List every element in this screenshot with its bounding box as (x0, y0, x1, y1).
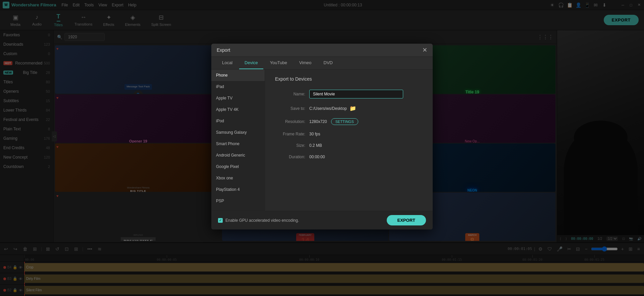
device-item-xbox[interactable]: Xbox one (211, 172, 265, 184)
device-item-ps4[interactable]: PlayStation 4 (211, 184, 265, 195)
duration-value: 00:00:00 (309, 155, 325, 159)
device-item-appletv4k[interactable]: Apple TV 4K (211, 104, 265, 115)
name-label: Name: (275, 92, 305, 96)
device-list: Phone iPad Apple TV Apple TV 4K iPod Sam… (211, 70, 265, 211)
save-path: C:/Users/ws/Desktop 📁 (309, 105, 356, 112)
gpu-checkbox[interactable]: ✓ Enable GPU accelerated video encoding. (218, 218, 299, 223)
tab-youtube[interactable]: YouTube (265, 57, 292, 69)
device-item-googlepixel[interactable]: Google Pixel (211, 161, 265, 172)
save-to-field-row: Save to: C:/Users/ws/Desktop 📁 (275, 105, 423, 112)
frame-rate-label: Frame Rate: (275, 132, 305, 136)
duration-field-row: Duration: 00:00:00 (275, 155, 423, 159)
resolution-row: 1280x720 SETTINGS (309, 118, 358, 125)
name-input[interactable] (309, 90, 403, 98)
device-item-samsung[interactable]: Samsung Galaxy (211, 127, 265, 138)
export-dialog-overlay: Export ✕ Local Device YouTube Vimeo DVD … (0, 0, 644, 296)
resolution-label: Resolution: (275, 119, 305, 124)
tab-local[interactable]: Local (217, 57, 238, 69)
export-to-devices-heading: Export to Devices (275, 76, 423, 82)
save-to-label: Save to: (275, 106, 305, 111)
frame-rate-value: 30 fps (309, 132, 320, 136)
device-item-ipad[interactable]: iPad (211, 81, 265, 92)
name-field-row: Name: (275, 90, 423, 98)
export-dialog: Export ✕ Local Device YouTube Vimeo DVD … (211, 44, 433, 229)
size-value: 0.2 MB (309, 143, 322, 148)
save-path-text: C:/Users/ws/Desktop (309, 106, 347, 111)
tab-device[interactable]: Device (239, 57, 263, 69)
resolution-settings-button[interactable]: SETTINGS (331, 118, 358, 125)
dialog-title-bar: Export ✕ (211, 44, 433, 57)
device-item-smartphone[interactable]: Smart Phone (211, 138, 265, 150)
frame-rate-field-row: Frame Rate: 30 fps (275, 132, 423, 136)
duration-label: Duration: (275, 155, 305, 159)
gpu-check-icon: ✓ (218, 218, 223, 223)
gpu-label: Enable GPU accelerated video encoding. (225, 218, 299, 223)
device-item-smarttv[interactable]: Smart TV (211, 207, 265, 211)
device-item-psp[interactable]: PSP (211, 195, 265, 207)
tab-vimeo[interactable]: Vimeo (294, 57, 317, 69)
tab-dvd[interactable]: DVD (318, 57, 338, 69)
dialog-footer: ✓ Enable GPU accelerated video encoding.… (211, 211, 433, 229)
resolution-value: 1280x720 (309, 119, 327, 124)
dialog-close-button[interactable]: ✕ (422, 47, 427, 53)
size-label: Size: (275, 143, 305, 148)
folder-icon[interactable]: 📁 (350, 105, 356, 112)
device-item-appletv[interactable]: Apple TV (211, 92, 265, 104)
device-item-phone[interactable]: Phone (211, 70, 265, 81)
dialog-title: Export (217, 47, 230, 53)
resolution-field-row: Resolution: 1280x720 SETTINGS (275, 118, 423, 125)
size-field-row: Size: 0.2 MB (275, 143, 423, 148)
device-item-ipod[interactable]: iPod (211, 115, 265, 127)
dialog-body: Phone iPad Apple TV Apple TV 4K iPod Sam… (211, 70, 433, 211)
device-item-android[interactable]: Android Generic (211, 150, 265, 161)
dialog-tabs: Local Device YouTube Vimeo DVD (211, 57, 433, 70)
device-settings-panel: Export to Devices Name: Save to: C:/User… (265, 70, 433, 211)
dialog-export-button[interactable]: EXPORT (387, 215, 426, 225)
